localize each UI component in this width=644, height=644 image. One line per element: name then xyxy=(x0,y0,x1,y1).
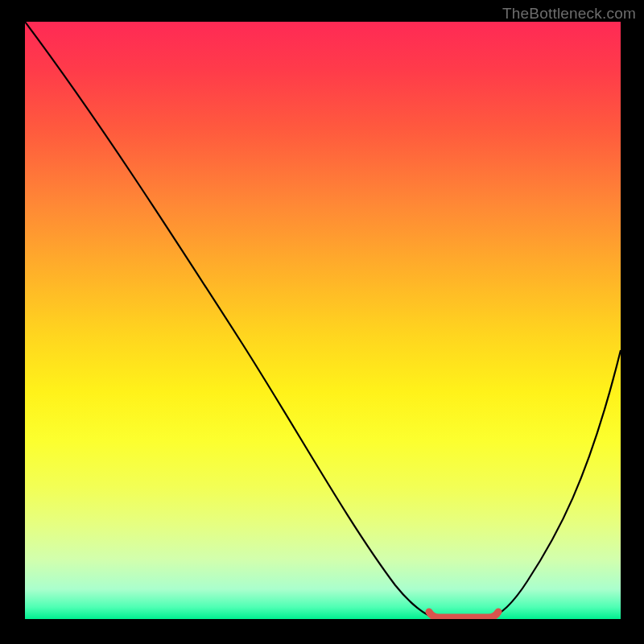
optimal-band-marker xyxy=(429,612,498,617)
bottleneck-curve xyxy=(25,22,621,617)
chart-container: TheBottleneck.com xyxy=(0,0,644,644)
watermark-text: TheBottleneck.com xyxy=(502,5,636,23)
plot-area xyxy=(25,22,621,619)
chart-svg xyxy=(25,22,621,619)
